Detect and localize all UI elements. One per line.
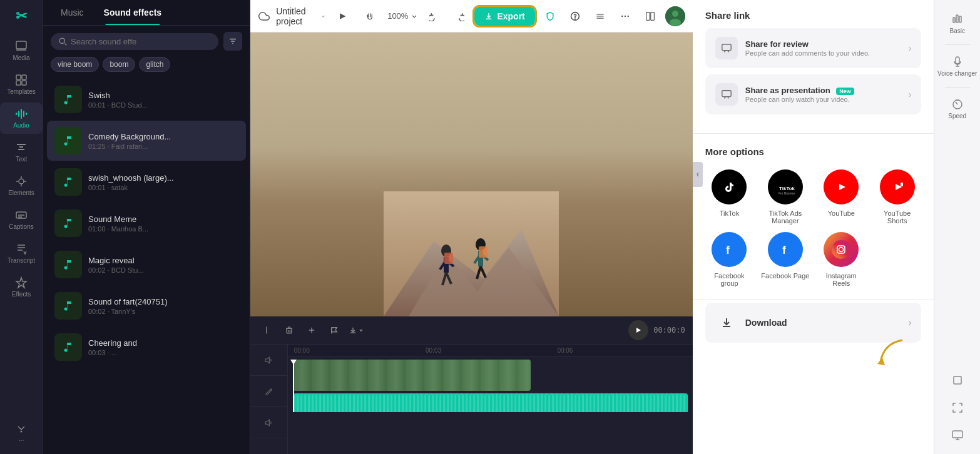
share-review-icon [715, 37, 738, 59]
svg-point-57 [844, 246, 845, 247]
platform-youtube-label: YouTube [828, 209, 855, 217]
download-more-button[interactable] [348, 321, 365, 339]
redo-button[interactable] [449, 6, 469, 26]
hand-tool-button[interactable] [360, 6, 380, 26]
platform-tiktok[interactable]: TikTok [705, 169, 753, 224]
elements-icon [15, 175, 28, 188]
sound-info: Cheering and 00:03 · ... [88, 338, 238, 356]
captions-icon [15, 209, 28, 221]
sound-item[interactable]: Cheering and 00:03 · ... [47, 327, 246, 367]
tab-music[interactable]: Music [51, 0, 94, 25]
svg-point-5 [19, 179, 24, 184]
sidebar-item-elements[interactable]: Elements [0, 170, 43, 201]
sidebar-item-media[interactable]: Media [0, 35, 43, 66]
sound-item[interactable]: swish_whoosh (large)... 00:01 · satak [47, 162, 246, 202]
platform-instagram[interactable]: Instagram Reels [817, 232, 865, 287]
sidebar-item-more[interactable]: ··· [0, 418, 43, 449]
sound-thumb [54, 292, 82, 320]
tag-vine-boom[interactable]: vine boom [51, 57, 99, 72]
shield-button[interactable] [540, 6, 560, 26]
filter-button[interactable] [223, 32, 242, 51]
download-arrow: › [908, 317, 911, 328]
sidebar-item-captions[interactable]: Captions [0, 204, 43, 235]
sound-item[interactable]: Swish 00:01 · BCD Stud... [47, 79, 246, 119]
tab-sound-effects[interactable]: Sound effects [94, 0, 172, 25]
track-label-audio [250, 407, 287, 438]
sound-name: swish_whoosh (large)... [88, 173, 238, 183]
sound-thumb [54, 209, 82, 237]
timeline-play-button[interactable] [628, 320, 648, 340]
sub-item-monitor[interactable] [935, 424, 980, 446]
sound-item[interactable]: Magic reveal 00:02 · BCD Stu... [47, 245, 246, 285]
download-card[interactable]: Download › [705, 303, 922, 343]
sidebar-item-effects[interactable]: Effects [0, 271, 43, 303]
play-mode-button[interactable] [332, 6, 352, 26]
svg-rect-40 [722, 91, 731, 97]
platform-facebook-group[interactable]: f Facebook group [705, 232, 753, 287]
platform-youtube-shorts[interactable]: YouTube Shorts [873, 169, 921, 224]
share-presentation-card[interactable]: Share as presentation New People can onl… [705, 74, 922, 114]
platform-tiktok-ads[interactable]: TikTok For Business TikTok Ads Manager [761, 169, 809, 224]
svg-rect-4 [22, 81, 26, 85]
more-icon [15, 423, 28, 435]
sub-item-basic[interactable]: Basic [935, 8, 980, 39]
sound-thumb [54, 86, 82, 113]
trim-tool-button[interactable] [258, 321, 275, 339]
svg-rect-0 [16, 41, 26, 49]
search-input-wrap[interactable] [51, 33, 218, 50]
tiktok-icon [712, 169, 747, 204]
cloud-save-button[interactable] [258, 6, 271, 26]
help-button[interactable] [565, 6, 585, 26]
settings-button[interactable] [590, 6, 610, 26]
platform-youtube[interactable]: YouTube [817, 169, 865, 224]
sub-item-fullscreen[interactable] [935, 396, 980, 419]
sound-list: Swish 00:01 · BCD Stud... Comedy Backgro… [43, 78, 250, 454]
share-for-review-card[interactable]: Share for review People can add comments… [705, 28, 922, 68]
user-avatar[interactable] [665, 6, 685, 26]
video-track[interactable] [293, 360, 531, 391]
volume-small-icon [264, 418, 273, 427]
split-button[interactable] [303, 321, 320, 339]
monitor-icon [951, 429, 964, 441]
collapse-panel-button[interactable] [693, 162, 703, 187]
music-note-icon [62, 93, 74, 106]
zoom-control[interactable]: 100% [387, 11, 418, 21]
platform-facebook-page[interactable]: f Facebook Page [761, 232, 809, 287]
sidebar-item-text[interactable]: Text [0, 136, 43, 168]
sound-item[interactable]: Sound of fart(240751) 00:02 · TannY's [47, 286, 246, 326]
app-logo[interactable]: ✂ [10, 5, 33, 28]
layout-button[interactable] [640, 6, 660, 26]
delete-button[interactable] [280, 321, 298, 339]
sidebar-item-audio[interactable]: Audio [0, 103, 43, 134]
redo-icon [454, 11, 464, 21]
tiktok-ads-icon: TikTok For Business [768, 169, 803, 204]
music-note-icon [62, 300, 74, 312]
sub-item-crop[interactable] [935, 369, 980, 391]
sidebar-item-templates[interactable]: Templates [0, 69, 43, 100]
undo-button[interactable] [424, 6, 444, 26]
more-options-button[interactable] [615, 6, 635, 26]
tag-glitch[interactable]: glitch [139, 57, 170, 72]
flag-button[interactable] [325, 321, 343, 339]
sound-item[interactable]: Comedy Background... 01:25 · Faid rafan.… [47, 121, 246, 161]
sound-info: Sound of fart(240751) 00:02 · TannY's [88, 297, 238, 315]
sidebar-item-elements-label: Elements [8, 189, 34, 196]
sound-item[interactable]: Sound Meme 01:00 · Manhoa B... [47, 203, 246, 243]
sidebar-item-transcript[interactable]: Transcript [0, 238, 43, 269]
sidebar-item-text-label: Text [16, 156, 27, 163]
sub-item-speed[interactable]: Speed [935, 93, 980, 124]
tag-boom[interactable]: boom [103, 57, 135, 72]
sub-item-voice-changer[interactable]: Voice changer [935, 50, 980, 82]
playhead [293, 360, 294, 412]
sub-item-speed-label: Speed [948, 113, 966, 119]
sound-name: Sound of fart(240751) [88, 297, 238, 306]
export-button[interactable]: Export [474, 7, 534, 26]
sub-panel: Basic Voice changer Speed [934, 0, 980, 454]
share-review-name: Share for review [745, 39, 901, 49]
sound-info: Magic reveal 00:02 · BCD Stu... [88, 256, 238, 274]
chevron-down-small-icon [358, 326, 364, 335]
sound-info: Swish 00:01 · BCD Stud... [88, 91, 238, 109]
search-input[interactable] [71, 37, 211, 46]
audio-track-2[interactable] [293, 395, 688, 412]
flag-icon [330, 326, 339, 335]
